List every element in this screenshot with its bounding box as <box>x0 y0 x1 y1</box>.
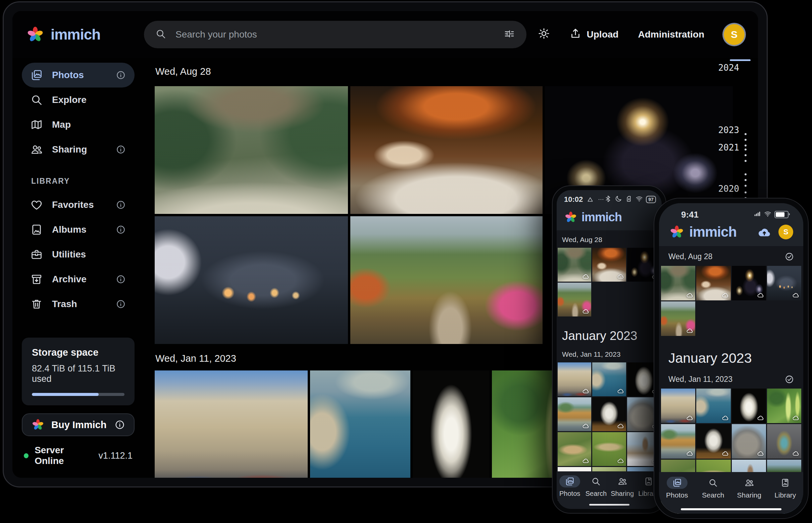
storage-usage-text: 82.4 TiB of 115.1 TiB used <box>32 363 124 384</box>
user-avatar[interactable]: S <box>724 24 745 45</box>
sidebar-item-label: Favorites <box>52 199 94 210</box>
photo-grid-row <box>558 362 661 396</box>
scrubber-handle[interactable] <box>730 59 750 61</box>
select-all-icon[interactable] <box>785 375 794 384</box>
timeline-year-2020[interactable]: 2020 <box>718 184 739 194</box>
timeline-year-2023[interactable]: 2023 <box>718 125 739 135</box>
mobile-header: 10:02 97 immich <box>557 190 662 230</box>
photo-tile-path[interactable] <box>558 283 591 317</box>
photo-coast[interactable] <box>310 371 410 478</box>
sidebar-item-photos[interactable]: Photos <box>22 63 135 88</box>
search-bar[interactable] <box>144 21 526 48</box>
info-icon[interactable] <box>116 299 126 309</box>
tab-label: Library <box>774 491 796 499</box>
more-status-icon <box>598 196 604 203</box>
photo-tile-fortress[interactable] <box>661 389 695 423</box>
sidebar-item-utilities[interactable]: Utilities <box>22 242 135 267</box>
tab-photos[interactable]: Photos <box>557 475 583 498</box>
magnifier-icon <box>31 94 42 106</box>
photo-path[interactable] <box>350 216 542 344</box>
sidebar-item-archive[interactable]: Archive <box>22 267 135 292</box>
server-status-row: Server Online v1.112.1 <box>22 445 135 466</box>
sidebar-item-map[interactable]: Map <box>22 112 135 137</box>
photo-tile-beach[interactable] <box>558 397 591 431</box>
upload-button[interactable]: Upload <box>569 28 619 42</box>
photo-tile-fortress[interactable] <box>558 362 591 396</box>
cloud-synced-icon <box>757 450 764 457</box>
info-icon[interactable] <box>116 274 126 284</box>
photo-tile-coast[interactable] <box>696 389 730 423</box>
info-icon[interactable] <box>116 200 126 210</box>
photo-dinner[interactable] <box>350 86 542 214</box>
tab-library[interactable]: Library <box>767 477 804 499</box>
info-icon[interactable] <box>116 70 126 80</box>
info-icon[interactable] <box>115 419 125 430</box>
filter-sliders-icon[interactable] <box>504 28 515 41</box>
date-group-header: Wed, Jan 11, 2023 <box>557 345 662 362</box>
magnifier-icon <box>703 477 723 489</box>
photo-tile-path[interactable] <box>661 301 695 336</box>
immich-logo: immich <box>26 25 144 44</box>
tab-sharing[interactable]: Sharing <box>731 477 767 499</box>
photo-tile-bust[interactable] <box>732 389 766 423</box>
photo-tile-zoo[interactable] <box>661 266 695 301</box>
sidebar-item-label: Archive <box>52 274 87 285</box>
sidebar-item-albums[interactable]: Albums <box>22 217 135 242</box>
photo-tile-beach[interactable] <box>661 424 695 458</box>
storage-progress-fill <box>32 393 99 396</box>
sidebar-item-favorites[interactable]: Favorites <box>22 193 135 217</box>
do-not-disturb-icon <box>615 195 622 204</box>
month-header: January 2023 <box>557 318 662 345</box>
administration-link[interactable]: Administration <box>638 29 704 40</box>
photo-grid-row <box>558 283 661 317</box>
timeline-dot <box>745 144 746 146</box>
photo-zoo[interactable] <box>155 86 348 214</box>
tab-search[interactable]: Search <box>695 477 731 499</box>
status-icons <box>754 210 789 219</box>
bluetooth-icon <box>604 195 612 204</box>
buy-immich-button[interactable]: Buy Immich <box>22 413 135 436</box>
user-avatar[interactable]: S <box>778 224 793 239</box>
photo-tile-ornament[interactable] <box>767 424 801 458</box>
sidebar-item-label: Photos <box>52 70 84 80</box>
photo-tile-coast[interactable] <box>592 362 626 396</box>
no-sim-icon <box>625 195 633 204</box>
tab-photos[interactable]: Photos <box>659 477 695 499</box>
sidebar-item-explore[interactable]: Explore <box>22 88 135 112</box>
photo-tile-plant[interactable] <box>767 389 801 423</box>
search-input[interactable] <box>175 29 495 40</box>
photo-tile-sculpt[interactable] <box>696 424 730 458</box>
timeline-year-2021[interactable]: 2021 <box>718 143 739 152</box>
immich-flower-icon <box>31 418 45 431</box>
sidebar-item-sharing[interactable]: Sharing <box>22 137 135 162</box>
backup-cloud-icon[interactable] <box>757 224 772 239</box>
photo-hands[interactable] <box>155 216 348 344</box>
map-icon <box>31 119 42 131</box>
photo-tile-lizard1[interactable] <box>558 432 591 466</box>
photo-tile-fireworks[interactable] <box>732 266 766 301</box>
photo-tile-hands[interactable] <box>767 266 801 301</box>
photo-bust[interactable] <box>413 371 489 478</box>
sidebar-item-trash[interactable]: Trash <box>22 292 135 317</box>
select-all-icon[interactable] <box>785 252 794 261</box>
timeline-dot <box>745 173 746 175</box>
photo-fortress[interactable] <box>155 371 308 478</box>
photo-tile-sculpt[interactable] <box>592 397 626 431</box>
theme-toggle-button[interactable] <box>538 28 550 42</box>
photo-tile-zoo[interactable] <box>558 248 591 282</box>
tab-sharing[interactable]: Sharing <box>609 475 636 498</box>
storage-card: Storage space 82.4 TiB of 115.1 TiB used <box>22 338 135 405</box>
cloud-synced-icon <box>582 387 589 395</box>
people-icon <box>31 144 42 156</box>
tab-search[interactable]: Search <box>583 475 609 498</box>
photo-tile-ruins[interactable] <box>732 424 766 458</box>
photos-icon <box>667 477 688 489</box>
info-icon[interactable] <box>116 144 126 155</box>
trash-icon <box>31 298 42 310</box>
photo-tile-dinner[interactable] <box>696 266 730 301</box>
photo-tile-lizard2[interactable] <box>592 432 626 466</box>
tab-label: Sharing <box>737 491 761 499</box>
timeline-year-2024[interactable]: 2024 <box>718 63 739 73</box>
photo-tile-dinner[interactable] <box>592 248 626 282</box>
info-icon[interactable] <box>116 224 126 235</box>
